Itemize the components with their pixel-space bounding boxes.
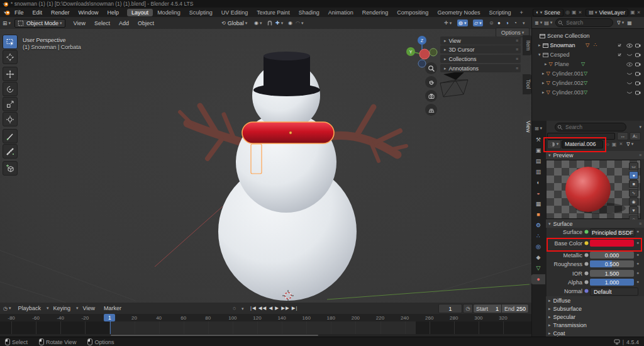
new-collection-icon[interactable]: ▦ xyxy=(627,20,632,26)
xray-button[interactable]: ▱ ▾ xyxy=(473,20,483,26)
auto-keying-record-icon[interactable]: ○ xyxy=(233,305,236,311)
preview-section-header[interactable]: ▾ Preview ≡ xyxy=(546,151,644,159)
shading-material-preview-icon[interactable]: ◑ xyxy=(506,20,509,26)
viewport-menu-add[interactable]: Add xyxy=(114,20,133,26)
tool-scale[interactable] xyxy=(3,97,18,111)
tab-render[interactable]: ▣ xyxy=(531,145,545,155)
checkbox-checked-icon[interactable] xyxy=(617,52,622,57)
outliner-row-plane[interactable]: ▸ ▽ Plane ▽ xyxy=(532,59,644,69)
material-name-field[interactable]: Material.006 xyxy=(562,140,603,148)
preview-sphere-button[interactable]: ● xyxy=(629,171,638,179)
add-workspace-button[interactable]: + xyxy=(515,9,527,16)
shading-rendered-icon[interactable]: ◔ xyxy=(514,20,517,26)
menu-help[interactable]: Help xyxy=(103,9,124,16)
filter-icon[interactable]: ∇ xyxy=(617,20,620,26)
expand-arrow-icon[interactable]: ▸ xyxy=(538,43,541,48)
tab-scene[interactable]: ◐ xyxy=(531,177,545,187)
perspective-toggle-button[interactable] xyxy=(425,104,437,116)
outliner-row-scene-collection[interactable]: Scene Collection xyxy=(532,31,644,40)
current-frame-field[interactable]: 1 xyxy=(438,304,462,313)
eye-closed-icon[interactable] xyxy=(626,82,633,86)
npanel-annotations[interactable]: ▸ Annotations ≡ xyxy=(440,64,521,72)
properties-search[interactable] xyxy=(555,123,626,131)
falloff-button[interactable]: ◠ ▾ xyxy=(296,20,304,26)
use-preview-range-icon[interactable]: ◷ xyxy=(463,304,473,313)
outliner-row-cylinder-002[interactable]: ▸ ▽ Cylinder.002 ▽ xyxy=(532,78,644,87)
play-button[interactable]: ▶ xyxy=(275,305,279,311)
tab-modifiers[interactable]: ⚙ xyxy=(531,220,545,230)
npanel-tab-view[interactable]: View xyxy=(523,116,531,137)
outliner-search-input[interactable] xyxy=(555,18,613,27)
scene-selector[interactable]: ◐ ▾ Scene xyxy=(533,9,564,16)
tab-collection[interactable]: ▦ xyxy=(531,199,545,209)
tool-add-primitive[interactable] xyxy=(3,161,18,176)
frame-start-field[interactable]: Start 1 xyxy=(473,304,502,313)
tool-annotate[interactable] xyxy=(3,129,18,143)
proportional-editing-icon[interactable]: ◉ xyxy=(288,20,292,26)
pivot-point-button[interactable]: ◉ ▾ xyxy=(254,20,262,26)
editor-type-button[interactable]: ⊞ ▾ xyxy=(3,20,11,26)
preview-cloth-button[interactable]: ▼ xyxy=(629,206,638,215)
workspace-tab-scripting[interactable]: Scripting xyxy=(484,9,515,16)
tab-physics[interactable]: ◎ xyxy=(531,242,545,252)
material-browse-button[interactable]: ▾ xyxy=(547,140,561,149)
pan-button[interactable] xyxy=(425,76,437,88)
camera-visibility-icon[interactable] xyxy=(635,62,641,67)
section-transmission[interactable]: ▸ Transmission xyxy=(546,321,644,329)
viewport[interactable]: User Perspective (1) Snowman | Corbata xyxy=(0,29,531,303)
decorator-dot[interactable]: ● xyxy=(636,240,639,245)
npanel-view[interactable]: ▸ View ≡ xyxy=(440,36,521,45)
timeline-menu-marker[interactable]: Marker xyxy=(99,305,126,311)
workspace-tab-animation[interactable]: Animation xyxy=(324,9,358,16)
eye-closed-icon[interactable] xyxy=(626,53,633,57)
expand-arrow-icon[interactable]: ▸ xyxy=(542,71,545,76)
viewport-menu-object[interactable]: Object xyxy=(133,20,158,26)
shader-dropdown[interactable]: Principled BSDF xyxy=(590,228,635,237)
workspace-tab-modeling[interactable]: Modeling xyxy=(153,9,185,16)
gizmo-x-axis[interactable] xyxy=(419,49,430,59)
menu-edit[interactable]: Edit xyxy=(28,9,47,16)
eye-closed-icon[interactable] xyxy=(626,72,633,76)
collapse-arrow-icon[interactable]: ▾ xyxy=(538,52,541,57)
gizmo-y-neg-axis[interactable] xyxy=(430,48,437,56)
outliner-row-snowman[interactable]: ▸ Snowman ▽ ∴ xyxy=(532,40,644,50)
eye-closed-icon[interactable] xyxy=(626,91,633,95)
scene-camera-object[interactable] xyxy=(440,70,468,97)
properties-editor-type-button[interactable]: ⊞ ▾ xyxy=(531,123,545,133)
metallic-slider[interactable]: 0.000 xyxy=(590,252,634,259)
outliner-row-cylinder-003[interactable]: ▸ ▽ Cylinder.003 ▽ xyxy=(532,87,644,97)
timeline-menu-view[interactable]: View xyxy=(79,305,99,311)
timeline-scrollbar[interactable] xyxy=(111,335,318,336)
view-layer-selector[interactable]: ▤ ▾ ViewLayer xyxy=(586,9,628,16)
workspace-tab-rendering[interactable]: Rendering xyxy=(358,9,393,16)
workspace-tab-texture-paint[interactable]: Texture Paint xyxy=(252,9,294,16)
timeline-track[interactable] xyxy=(0,321,531,334)
outliner-row-cesped[interactable]: ▾ Cesped xyxy=(532,50,644,59)
tool-rotate[interactable] xyxy=(3,82,18,96)
npanel-tab-tool[interactable]: Tool xyxy=(523,74,531,94)
tab-output[interactable]: ▤ xyxy=(531,156,545,166)
playhead-line[interactable] xyxy=(110,321,111,334)
shading-wireframe-icon[interactable]: ⊜ xyxy=(489,20,494,26)
tab-constraints[interactable]: ◆ xyxy=(531,252,545,262)
remove-view-layer-icon[interactable]: ✕ xyxy=(637,10,641,15)
camera-visibility-icon[interactable] xyxy=(635,81,641,86)
frame-end-field[interactable]: End 250 xyxy=(501,304,529,313)
section-diffuse[interactable]: ▸ Diffuse xyxy=(546,296,644,304)
transform-orientation[interactable]: ⟲ Global ▾ xyxy=(221,20,247,26)
camera-visibility-icon[interactable] xyxy=(635,43,641,48)
tab-particles[interactable]: ∴ xyxy=(531,231,545,241)
viewport-menu-view[interactable]: View xyxy=(69,20,90,26)
tab-object[interactable]: ■ xyxy=(531,209,545,220)
properties-search-input[interactable] xyxy=(555,123,626,131)
tool-select-box[interactable] xyxy=(3,35,18,49)
timeline-menu-playback[interactable]: Playback xyxy=(14,305,46,311)
preview-flat-button[interactable]: ▭ xyxy=(629,162,638,170)
expand-arrow-icon[interactable]: ▸ xyxy=(545,62,547,67)
new-scene-icon[interactable]: ▣ xyxy=(572,9,577,15)
menu-window[interactable]: Window xyxy=(74,9,103,16)
tool-move[interactable] xyxy=(3,67,18,81)
workspace-tab-layout[interactable]: Layout xyxy=(127,9,153,16)
workspace-tab-uv-editing[interactable]: UV Editing xyxy=(217,9,253,16)
workspace-tab-shading[interactable]: Shading xyxy=(294,9,324,16)
